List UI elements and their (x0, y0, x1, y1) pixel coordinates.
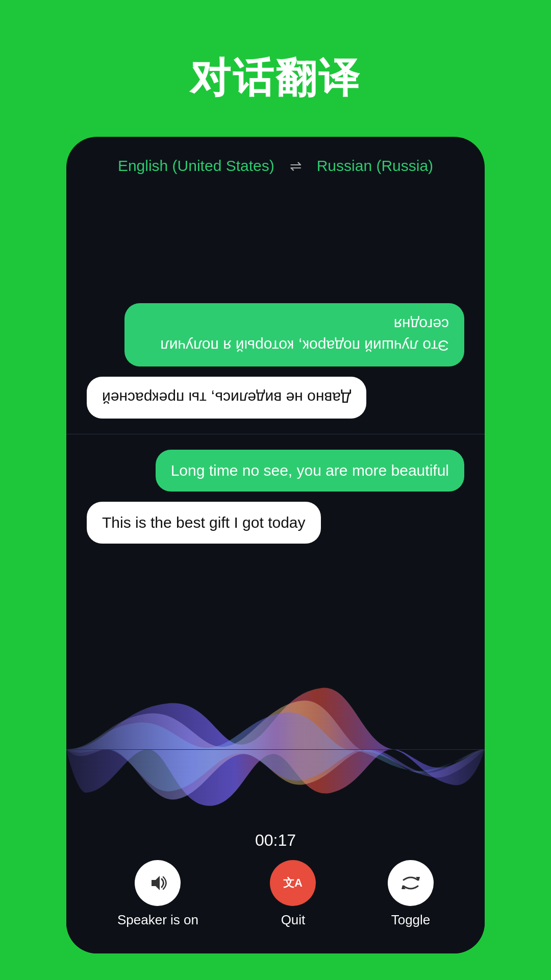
speaker-label: Speaker is on (117, 912, 198, 928)
quit-label: Quit (281, 912, 306, 928)
message-text-green: Long time no see, you are more beautiful (171, 462, 449, 479)
speaker-button[interactable] (135, 860, 181, 906)
chat-lower: Long time no see, you are more beautiful… (87, 434, 464, 668)
toggle-icon (400, 873, 421, 893)
list-item: Long time no see, you are more beautiful (156, 450, 464, 492)
quit-button[interactable]: 文A (270, 860, 316, 906)
quit-control[interactable]: 文A Quit (270, 860, 316, 928)
list-item: This is the best gift I got today (87, 502, 321, 544)
app-title: 对话翻译 (190, 51, 361, 106)
list-item: Это лучший подарок, который я получил се… (124, 303, 464, 366)
toggle-label: Toggle (391, 912, 431, 928)
message-text-white: This is the best gift I got today (102, 514, 306, 531)
svg-text:文A: 文A (284, 876, 303, 889)
controls-row: Speaker is on 文A Quit (87, 860, 464, 928)
message-text-flipped-green: Это лучший подарок, который я получил се… (140, 313, 449, 356)
toggle-control[interactable]: Toggle (388, 860, 434, 928)
phone-card: English (United States) ⇌ Russian (Russi… (66, 137, 485, 953)
language-header: English (United States) ⇌ Russian (Russi… (66, 137, 485, 190)
translate-icon: 文A (283, 873, 303, 893)
target-language[interactable]: Russian (Russia) (317, 157, 433, 175)
swap-languages-icon[interactable]: ⇌ (290, 158, 302, 175)
chat-area: Это лучший подарок, который я получил се… (66, 190, 485, 678)
svg-marker-0 (152, 876, 160, 890)
list-item: Давно не виделись, ты прекрасней (87, 377, 366, 419)
message-text-flipped-white: Давно не виделись, ты прекрасней (102, 387, 351, 408)
speaker-control[interactable]: Speaker is on (117, 860, 198, 928)
source-language[interactable]: English (United States) (118, 157, 274, 175)
bottom-bar: 00:17 Speaker is on 文A (66, 821, 485, 953)
waveform-display (66, 678, 485, 821)
toggle-button[interactable] (388, 860, 434, 906)
recording-timer: 00:17 (255, 831, 296, 850)
waveform-baseline (66, 749, 485, 750)
speaker-icon (147, 873, 168, 893)
chat-upper: Это лучший подарок, который я получил се… (87, 200, 464, 434)
